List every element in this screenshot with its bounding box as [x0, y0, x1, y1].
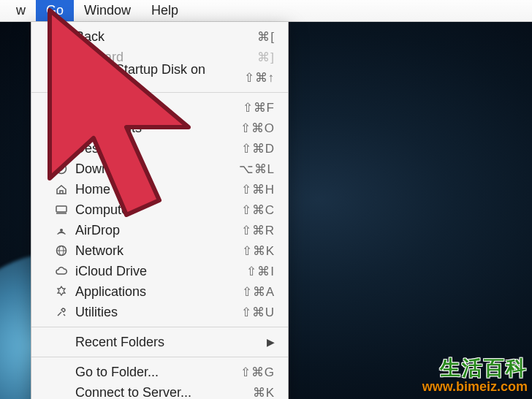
- menu-item-computer[interactable]: Computer ⇧⌘C: [31, 200, 288, 220]
- menu-shortcut: ⌘[: [257, 29, 275, 45]
- menu-label: Desktop: [75, 141, 241, 156]
- menu-shortcut: ⇧⌘H: [241, 182, 275, 197]
- menu-shortcut: ⇧⌘I: [246, 264, 275, 279]
- menu-item-icloud[interactable]: iCloud Drive ⇧⌘I: [31, 261, 288, 281]
- computer-icon: [53, 204, 69, 216]
- menu-shortcut: ⇧⌘G: [240, 365, 275, 380]
- menu-item-applications[interactable]: Applications ⇧⌘A: [31, 281, 288, 302]
- watermark: 生活百科 www.bimeiz.com: [422, 357, 528, 395]
- menu-separator: [31, 327, 288, 327]
- menubar-item-go[interactable]: Go: [36, 0, 74, 21]
- menu-item-back[interactable]: Back ⌘[: [31, 26, 288, 47]
- menubar-item-window[interactable]: Window: [74, 0, 141, 21]
- menu-shortcut: ⇧⌘R: [241, 223, 275, 238]
- watermark-title: 生活百科: [422, 357, 528, 380]
- menu-shortcut: ⇧⌘A: [242, 284, 275, 300]
- menu-label: Go to Folder...: [75, 365, 240, 380]
- home-icon: [53, 183, 69, 195]
- menu-item-network[interactable]: Network ⇧⌘K: [31, 240, 288, 261]
- menu-item-select-startup[interactable]: Select Startup Disk on Desktop ⇧⌘↑: [31, 67, 288, 88]
- documents-icon: [53, 122, 69, 134]
- menu-label: Applications: [75, 284, 242, 300]
- applications-icon: [53, 286, 69, 297]
- menu-shortcut: ⇧⌘O: [240, 121, 275, 136]
- menu-label: iCloud Drive: [75, 264, 246, 279]
- menu-shortcut: ⌥⌘L: [239, 162, 275, 177]
- go-menu-dropdown: Back ⌘[ Forward ⌘] Select Startup Disk o…: [31, 22, 289, 399]
- menu-label: Downloads: [75, 162, 239, 177]
- menu-shortcut: ⇧⌘↑: [244, 70, 276, 86]
- watermark-url: www.bimeiz.com: [422, 380, 528, 395]
- menu-label: AirDrop: [75, 223, 241, 238]
- menu-item-documents[interactable]: Documents ⇧⌘O: [31, 118, 288, 138]
- desktop-icon: [53, 142, 69, 154]
- menu-item-home[interactable]: Home ⇧⌘H: [31, 179, 288, 200]
- menu-shortcut: ⇧⌘U: [241, 305, 275, 320]
- downloads-icon: [53, 163, 69, 175]
- menu-label: Utilities: [75, 305, 241, 320]
- utilities-icon: [53, 306, 69, 318]
- menu-shortcut: ⇧⌘F: [243, 100, 275, 115]
- menu-shortcut: ⌘K: [253, 385, 275, 400]
- submenu-arrow-icon: ▶: [267, 336, 275, 348]
- menu-item-recent-folders[interactable]: Recent Folders ▶: [31, 332, 288, 352]
- menu-label: Back: [75, 29, 257, 45]
- menu-separator: [31, 357, 288, 357]
- menu-item-connect-to-server[interactable]: Connect to Server... ⌘K: [31, 382, 288, 399]
- svg-rect-0: [56, 104, 66, 111]
- icloud-icon: [53, 265, 69, 277]
- menu-label: Network: [75, 243, 242, 259]
- svg-rect-6: [56, 206, 66, 212]
- menu-item-utilities[interactable]: Utilities ⇧⌘U: [31, 302, 288, 322]
- menu-item-all-my-files[interactable]: All My Files ⇧⌘F: [31, 97, 288, 118]
- menu-shortcut: ⌘]: [257, 50, 275, 65]
- airdrop-icon: [53, 224, 69, 236]
- menu-label: Recent Folders: [75, 335, 267, 350]
- menu-label: Connect to Server...: [75, 385, 253, 400]
- svg-point-7: [60, 229, 63, 232]
- menu-label: Computer: [75, 202, 241, 218]
- menu-shortcut: ⇧⌘C: [241, 202, 275, 218]
- all-files-icon: [53, 102, 69, 113]
- menubar: w Go Window Help: [0, 0, 532, 22]
- menu-label: Home: [75, 182, 241, 197]
- menu-label: Documents: [75, 121, 240, 136]
- menu-label: Select Startup Disk on Desktop: [75, 62, 244, 93]
- menubar-item-view[interactable]: w: [6, 0, 36, 21]
- menu-shortcut: ⇧⌘D: [241, 141, 275, 156]
- menu-item-downloads[interactable]: Downloads ⌥⌘L: [31, 159, 288, 179]
- menu-item-go-to-folder[interactable]: Go to Folder... ⇧⌘G: [31, 362, 288, 382]
- menu-item-airdrop[interactable]: AirDrop ⇧⌘R: [31, 220, 288, 240]
- svg-rect-3: [56, 145, 66, 151]
- menu-item-desktop[interactable]: Desktop ⇧⌘D: [31, 138, 288, 159]
- network-icon: [53, 245, 69, 256]
- menu-shortcut: ⇧⌘K: [242, 243, 275, 259]
- menu-label: All My Files: [75, 100, 243, 115]
- menubar-item-help[interactable]: Help: [141, 0, 189, 21]
